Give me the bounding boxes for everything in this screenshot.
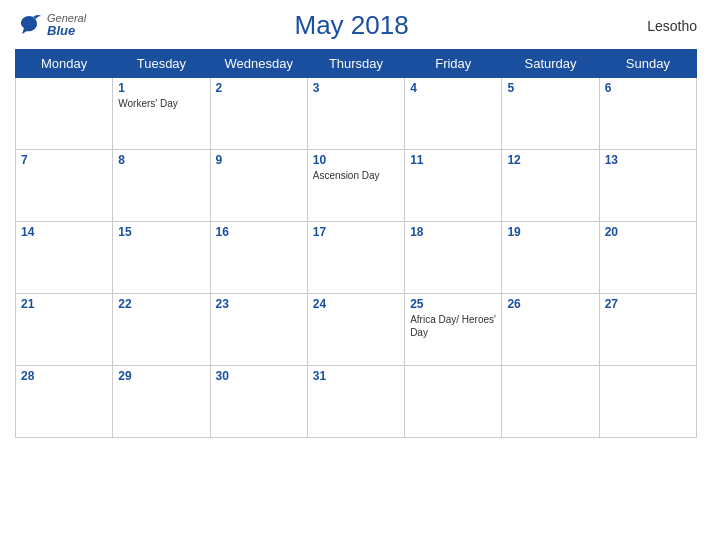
table-cell: 25Africa Day/ Heroes' Day <box>405 294 502 366</box>
day-number: 15 <box>118 225 204 239</box>
header-tuesday: Tuesday <box>113 50 210 78</box>
calendar-title: May 2018 <box>86 10 617 41</box>
table-cell: 13 <box>599 150 696 222</box>
week-row-2: 78910Ascension Day111213 <box>16 150 697 222</box>
day-number: 1 <box>118 81 204 95</box>
day-number: 10 <box>313 153 399 167</box>
day-number: 24 <box>313 297 399 311</box>
day-number: 30 <box>216 369 302 383</box>
table-cell: 18 <box>405 222 502 294</box>
header-sunday: Sunday <box>599 50 696 78</box>
table-cell: 30 <box>210 366 307 438</box>
calendar-table: Monday Tuesday Wednesday Thursday Friday… <box>15 49 697 438</box>
table-cell: 6 <box>599 78 696 150</box>
header-thursday: Thursday <box>307 50 404 78</box>
holiday-name: Ascension Day <box>313 169 399 182</box>
table-cell: 21 <box>16 294 113 366</box>
logo-text: General Blue <box>47 12 86 38</box>
table-cell: 4 <box>405 78 502 150</box>
table-cell: 24 <box>307 294 404 366</box>
page-header: General Blue May 2018 Lesotho <box>15 10 697 41</box>
logo: General Blue <box>15 12 86 40</box>
table-cell <box>599 366 696 438</box>
day-number: 28 <box>21 369 107 383</box>
table-cell: 23 <box>210 294 307 366</box>
day-number: 9 <box>216 153 302 167</box>
day-number: 22 <box>118 297 204 311</box>
table-cell: 2 <box>210 78 307 150</box>
table-cell: 17 <box>307 222 404 294</box>
table-cell: 9 <box>210 150 307 222</box>
header-friday: Friday <box>405 50 502 78</box>
country-label: Lesotho <box>617 18 697 34</box>
day-number: 20 <box>605 225 691 239</box>
table-cell: 11 <box>405 150 502 222</box>
table-cell <box>502 366 599 438</box>
table-cell: 31 <box>307 366 404 438</box>
holiday-name: Africa Day/ Heroes' Day <box>410 313 496 339</box>
table-cell: 15 <box>113 222 210 294</box>
header-monday: Monday <box>16 50 113 78</box>
table-cell: 22 <box>113 294 210 366</box>
logo-blue-text: Blue <box>47 24 86 38</box>
holiday-name: Workers' Day <box>118 97 204 110</box>
table-cell: 8 <box>113 150 210 222</box>
week-row-1: 1Workers' Day23456 <box>16 78 697 150</box>
logo-bird-icon <box>15 12 43 40</box>
table-cell: 14 <box>16 222 113 294</box>
table-cell: 26 <box>502 294 599 366</box>
day-number: 4 <box>410 81 496 95</box>
table-cell: 27 <box>599 294 696 366</box>
day-number: 11 <box>410 153 496 167</box>
week-row-4: 2122232425Africa Day/ Heroes' Day2627 <box>16 294 697 366</box>
week-row-5: 28293031 <box>16 366 697 438</box>
day-number: 5 <box>507 81 593 95</box>
day-number: 18 <box>410 225 496 239</box>
day-number: 31 <box>313 369 399 383</box>
table-cell: 3 <box>307 78 404 150</box>
day-number: 17 <box>313 225 399 239</box>
table-cell: 7 <box>16 150 113 222</box>
day-number: 13 <box>605 153 691 167</box>
table-cell: 5 <box>502 78 599 150</box>
table-cell: 12 <box>502 150 599 222</box>
days-header-row: Monday Tuesday Wednesday Thursday Friday… <box>16 50 697 78</box>
day-number: 16 <box>216 225 302 239</box>
table-cell: 19 <box>502 222 599 294</box>
day-number: 12 <box>507 153 593 167</box>
day-number: 23 <box>216 297 302 311</box>
day-number: 26 <box>507 297 593 311</box>
day-number: 3 <box>313 81 399 95</box>
day-number: 19 <box>507 225 593 239</box>
table-cell: 16 <box>210 222 307 294</box>
day-number: 2 <box>216 81 302 95</box>
table-cell <box>405 366 502 438</box>
table-cell: 20 <box>599 222 696 294</box>
week-row-3: 14151617181920 <box>16 222 697 294</box>
day-number: 7 <box>21 153 107 167</box>
day-number: 14 <box>21 225 107 239</box>
day-number: 29 <box>118 369 204 383</box>
header-wednesday: Wednesday <box>210 50 307 78</box>
table-cell <box>16 78 113 150</box>
table-cell: 1Workers' Day <box>113 78 210 150</box>
day-number: 6 <box>605 81 691 95</box>
header-saturday: Saturday <box>502 50 599 78</box>
day-number: 8 <box>118 153 204 167</box>
day-number: 21 <box>21 297 107 311</box>
table-cell: 28 <box>16 366 113 438</box>
table-cell: 10Ascension Day <box>307 150 404 222</box>
calendar-page: General Blue May 2018 Lesotho Monday Tue… <box>0 0 712 550</box>
day-number: 27 <box>605 297 691 311</box>
table-cell: 29 <box>113 366 210 438</box>
day-number: 25 <box>410 297 496 311</box>
